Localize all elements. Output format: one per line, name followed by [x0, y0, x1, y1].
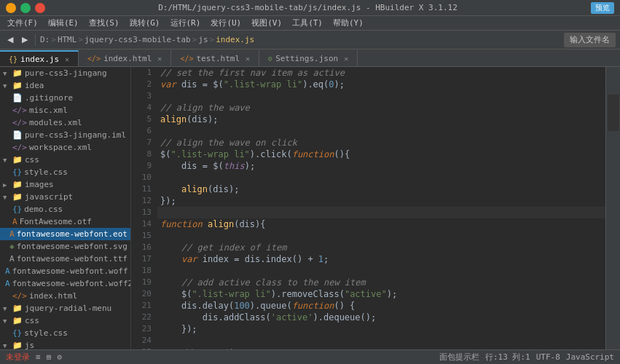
- tab-index-html[interactable]: </> index.html ✕: [79, 50, 171, 66]
- file-label: pure-css3-jingang.iml: [25, 130, 126, 140]
- login-status[interactable]: 未登录: [6, 352, 30, 363]
- code-line-23: 23 });: [131, 323, 605, 335]
- code-line-21: 21 dis.delay(100).queue(function() {: [131, 300, 605, 312]
- tab-settings-close[interactable]: ✕: [344, 55, 348, 63]
- file-iml[interactable]: 📄 pure-css3-jingang.iml: [0, 129, 130, 141]
- code-line-16: 16 // get index of item: [131, 242, 605, 253]
- expand-arrow: ▼: [3, 342, 10, 349]
- menu-file[interactable]: 文件(F): [3, 17, 42, 29]
- file-workspace-xml[interactable]: </> workspace.xml: [0, 141, 130, 154]
- file-fontawesome-otf[interactable]: A FontAwesome.otf: [0, 215, 130, 228]
- breadcrumb-file[interactable]: index.js: [216, 35, 254, 44]
- file-fontawesome-ttf[interactable]: A fontawesome-webfont.ttf: [0, 253, 130, 265]
- menu-view[interactable]: 视图(V): [247, 17, 286, 29]
- folder-css2[interactable]: ▼ 📁 css: [0, 314, 130, 327]
- statusbar-icon-settings[interactable]: ⚙: [57, 352, 62, 362]
- file-label: FontAwesome.otf: [20, 217, 92, 226]
- file-icon: A: [5, 266, 10, 276]
- file-label: fontawesome-webfont.woff2: [12, 279, 130, 288]
- code-editor[interactable]: 1 // set the first nav item as active 2 …: [131, 67, 605, 349]
- tab-js-icon: {}: [9, 55, 17, 63]
- file-label: fontawesome-webfont.woff: [12, 266, 128, 276]
- code-line-22: 22 dis.addClass('active').dequeue();: [131, 312, 605, 323]
- file-label: demo.css: [24, 205, 63, 214]
- menu-run[interactable]: 运行(R): [166, 17, 205, 29]
- statusbar-icon-grid[interactable]: ⊞: [47, 352, 52, 362]
- close-button[interactable]: [35, 3, 45, 13]
- file-tree: ▼ 📁 pure-css3-jingang ▼ 📁 idea 📄 .gitign…: [0, 67, 131, 349]
- file-icon: ◈: [9, 242, 15, 251]
- menu-publish[interactable]: 发行(U): [206, 17, 246, 29]
- maximize-button[interactable]: [20, 3, 31, 13]
- menu-find[interactable]: 查找(S): [85, 17, 124, 29]
- folder-javascript[interactable]: ▼ 📁 javascript: [0, 191, 130, 203]
- statusbar-icon-list[interactable]: ≡: [36, 352, 41, 362]
- tab-index-js[interactable]: {} index.js ✕: [0, 50, 79, 66]
- minimize-button[interactable]: [6, 3, 16, 13]
- folder-jquery-radial-menu[interactable]: ▼ 📁 jquery-radial-menu: [0, 302, 130, 314]
- file-fontawesome-svg[interactable]: ◈ fontawesome-webfont.svg: [0, 240, 130, 253]
- input-file-button[interactable]: 输入文件名: [564, 33, 616, 47]
- folder-idea[interactable]: ▼ 📁 idea: [0, 79, 130, 92]
- expand-arrow: ▶: [3, 181, 10, 189]
- menubar: 文件(F) 编辑(E) 查找(S) 跳转(G) 运行(R) 发行(U) 视图(V…: [0, 16, 620, 31]
- folder-label: pure-css3-jingang: [25, 68, 107, 78]
- code-line-18: 18: [131, 265, 605, 277]
- folder-pure-css3-jingang[interactable]: ▼ 📁 pure-css3-jingang: [0, 67, 130, 79]
- tab-settings-json[interactable]: ⚙ Settings.json ✕: [259, 50, 358, 66]
- statusbar-language: JavaScript: [566, 352, 614, 362]
- expand-arrow: ▼: [3, 194, 10, 201]
- folder-js[interactable]: ▼ 📁 js: [0, 339, 130, 349]
- minimap-content: [608, 73, 619, 131]
- file-icon: </>: [12, 291, 27, 301]
- file-misc-xml[interactable]: </> misc.xml: [0, 104, 130, 116]
- tab-index-js-label: index.js: [20, 55, 59, 64]
- code-line-3: 3: [131, 90, 605, 102]
- menu-tools[interactable]: 工具(T): [288, 17, 327, 29]
- file-gitignore[interactable]: 📄 .gitignore: [0, 92, 130, 104]
- file-modules-xml[interactable]: </> modules.xml: [0, 116, 130, 129]
- code-line-4: 4 // align the wave: [131, 102, 605, 114]
- folder-label: js: [25, 341, 34, 349]
- file-label: fontawesome-webfont.ttf: [17, 254, 127, 264]
- file-index-html-1[interactable]: </> index.html: [0, 290, 130, 302]
- breadcrumb-project[interactable]: jquery-css3-mobile-tab: [85, 35, 191, 44]
- file-label: style.css: [24, 328, 68, 338]
- folder-css[interactable]: ▼ 📁 css: [0, 154, 130, 166]
- file-icon: {}: [12, 205, 22, 214]
- file-demo-css[interactable]: {} demo.css: [0, 203, 130, 215]
- folder-label: idea: [25, 81, 44, 90]
- tab-test-html[interactable]: </> test.html ✕: [171, 50, 259, 66]
- file-style-css[interactable]: {} style.css: [0, 166, 130, 178]
- tab-index-html-label: index.html: [103, 54, 152, 63]
- tab-test-html-close[interactable]: ✕: [246, 55, 250, 63]
- window-controls[interactable]: [6, 3, 45, 13]
- menu-goto[interactable]: 跳转(G): [125, 17, 165, 29]
- tab-settings-label: Settings.json: [275, 54, 338, 63]
- menu-help[interactable]: 帮助(Y): [329, 17, 368, 29]
- file-icon: A: [9, 254, 15, 264]
- menu-edit[interactable]: 编辑(E): [44, 17, 83, 29]
- file-fontawesome-eot[interactable]: A fontawesome-webfont.eot: [0, 228, 130, 240]
- code-line-17: 17 var index = dis.index() + 1;: [131, 253, 605, 265]
- folder-images[interactable]: ▶ 📁 images: [0, 178, 130, 191]
- file-fontawesome-woff[interactable]: A fontawesome-webfont.woff: [0, 265, 130, 277]
- breadcrumb-js[interactable]: js: [198, 35, 208, 44]
- tab-index-js-close[interactable]: ✕: [65, 55, 69, 63]
- file-fontawesome-woff2[interactable]: A fontawesome-webfont.woff2: [0, 277, 130, 290]
- breadcrumb-html[interactable]: HTML: [58, 35, 77, 44]
- tab-settings-icon: ⚙: [268, 55, 272, 63]
- toolbar-forward[interactable]: ▶: [19, 33, 31, 47]
- titlebar-action-btn[interactable]: 预览: [591, 2, 614, 14]
- tab-index-html-close[interactable]: ✕: [157, 55, 162, 63]
- folder-icon: 📁: [12, 68, 23, 78]
- titlebar: D:/HTML/jquery-css3-mobile-tab/js/index.…: [0, 0, 620, 16]
- file-icon: {}: [12, 167, 22, 177]
- expand-arrow: ▼: [3, 70, 10, 77]
- breadcrumb-d[interactable]: D:: [40, 35, 50, 44]
- toolbar-back[interactable]: ◀: [4, 33, 16, 47]
- file-icon: A: [5, 279, 10, 288]
- code-line-11: 11 align(dis);: [131, 183, 605, 195]
- file-style-css2[interactable]: {} style.css: [0, 327, 130, 339]
- code-line-8: 8 $(".list-wrap li").click(function(){: [131, 149, 605, 160]
